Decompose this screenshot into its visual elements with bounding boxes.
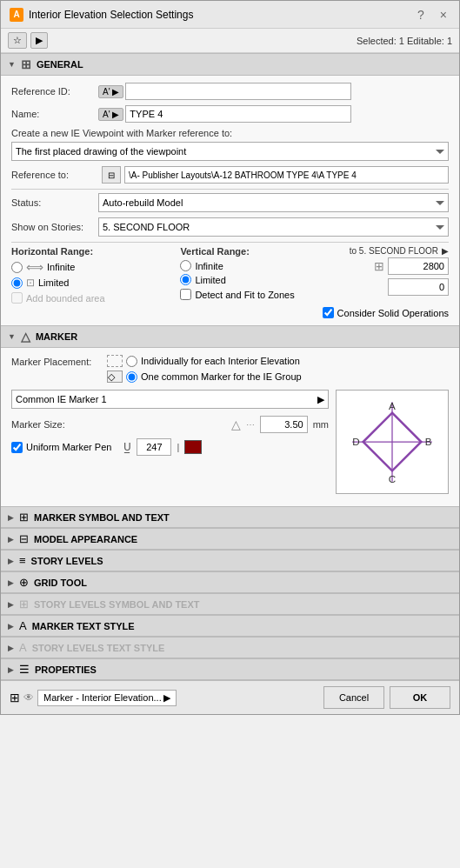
name-label: Name:: [11, 109, 98, 119]
show-on-stories-dropdown[interactable]: 5. SECOND FLOOR: [98, 217, 449, 237]
ma-icon: ⊟: [19, 532, 29, 545]
name-input[interactable]: [125, 105, 351, 123]
horizontal-range-col: Horizontal Range: ⟺ Infinite ⊡ Limited: [11, 246, 173, 304]
reference-to-icon[interactable]: ⊟: [102, 166, 121, 184]
close-button[interactable]: ×: [437, 6, 450, 23]
slts-arrow-icon: ▶: [8, 644, 14, 652]
h-infinite-option[interactable]: ⟺ Infinite: [11, 260, 173, 274]
cancel-button[interactable]: Cancel: [323, 686, 384, 709]
dotted-line-icon: ⋯: [246, 420, 255, 430]
marker-controls: Common IE Marker 1 ▶ Marker Size: △ ⋯ mm: [11, 390, 329, 456]
story-levels-text-label: STORY LEVELS TEXT STYLE: [32, 643, 165, 653]
h-limited-option[interactable]: ⊡ Limited: [11, 277, 173, 289]
horizontal-range-label: Horizontal Range:: [11, 246, 173, 257]
pen-underline-icon: U̲: [123, 441, 131, 453]
title-bar: A Interior Elevation Selection Settings …: [1, 1, 459, 29]
name-icon[interactable]: A' ▶: [98, 108, 123, 121]
consider-solid-checkbox[interactable]: [323, 307, 334, 318]
marker-svg: A C D B: [349, 398, 436, 485]
value-2800-input[interactable]: [388, 257, 449, 275]
create-dropdown-row: The first placed drawing of the viewpoin…: [11, 142, 449, 161]
story-levels-text-section[interactable]: ▶ A STORY LEVELS TEXT STYLE: [1, 637, 459, 658]
detect-fit-checkbox[interactable]: [180, 289, 191, 300]
status-row: Status: Auto-rebuild Model: [11, 193, 449, 212]
reference-to-row: Reference to: ⊟ \A- Publisher Layouts\A-…: [11, 166, 449, 184]
grid-tool-section[interactable]: ▶ ⊕ GRID TOOL: [1, 571, 459, 593]
svg-text:A: A: [389, 400, 396, 411]
ok-button[interactable]: OK: [390, 686, 450, 709]
value-2800-row: ⊞: [374, 257, 449, 275]
properties-section[interactable]: ▶ ☰ PROPERTIES: [1, 658, 459, 680]
common-radio[interactable]: [126, 371, 137, 383]
help-button[interactable]: ?: [414, 6, 428, 23]
consider-solid-row: Consider Solid Operations: [11, 307, 449, 318]
common-option[interactable]: ◇ One common Marker for the IE Group: [107, 371, 302, 383]
gt-arrow-icon: ▶: [8, 578, 14, 587]
create-label: Create a new IE Viewpoint with Marker re…: [11, 128, 449, 138]
grid-tool-label: GRID TOOL: [34, 578, 87, 588]
v-limited-radio[interactable]: [180, 274, 191, 285]
marker-text-style-section[interactable]: ▶ A MARKER TEXT STYLE: [1, 615, 459, 637]
h-infinite-icon: ⟺: [26, 260, 43, 274]
pen-number-input[interactable]: [137, 438, 171, 456]
h-infinite-radio[interactable]: [11, 262, 23, 273]
marker-text-style-label: MARKER TEXT STYLE: [32, 621, 135, 631]
model-appearance-section[interactable]: ▶ ⊟ MODEL APPEARANCE: [1, 528, 459, 550]
arrow-button[interactable]: ▶: [30, 32, 48, 49]
status-dropdown[interactable]: Auto-rebuild Model: [98, 193, 449, 212]
marker-placement-row: Marker Placement: Individually for each …: [11, 355, 449, 383]
story-levels-symbol-section[interactable]: ▶ ⊞ STORY LEVELS SYMBOL AND TEXT: [1, 593, 459, 615]
pen-separator: |: [177, 442, 179, 452]
bottom-marker-dropdown[interactable]: Marker - Interior Elevation... ▶: [37, 690, 177, 706]
size-unit: mm: [313, 419, 329, 430]
triangle-icon: △: [231, 417, 241, 431]
eye-icon: 👁: [23, 691, 34, 704]
selected-info: Selected: 1 Editable: 1: [357, 36, 452, 46]
reference-id-label: Reference ID:: [11, 86, 98, 97]
pen-color-swatch[interactable]: [184, 440, 202, 454]
individually-radio[interactable]: [126, 356, 137, 367]
add-bounded-option[interactable]: Add bounded area: [11, 292, 173, 304]
add-bounded-checkbox[interactable]: [11, 292, 23, 304]
value-0-input[interactable]: [388, 278, 449, 296]
story-levels-section[interactable]: ▶ ≡ STORY LEVELS: [1, 550, 459, 571]
uniform-pen-option[interactable]: Uniform Marker Pen: [11, 442, 111, 453]
general-section-header[interactable]: ▼ ⊞ GENERAL: [1, 53, 459, 76]
reference-id-icon[interactable]: A' ▶: [98, 85, 123, 98]
individually-option[interactable]: Individually for each Interior Elevation: [107, 355, 302, 367]
reference-id-field: A' ▶: [98, 83, 351, 100]
reference-id-input[interactable]: [125, 83, 351, 100]
common-icon: ◇: [107, 371, 123, 383]
v-infinite-option[interactable]: Infinite: [180, 260, 342, 271]
marker-layout: Common IE Marker 1 ▶ Marker Size: △ ⋯ mm: [11, 390, 449, 494]
marker-placement-label: Marker Placement:: [11, 355, 107, 367]
marker-section-label: MARKER: [36, 331, 77, 342]
reference-path: \A- Publisher Layouts\A-12 BATHROOM TYPE…: [124, 166, 449, 184]
v-limited-option[interactable]: Limited: [180, 274, 342, 285]
dropdown-arrow-icon: ▶: [317, 394, 324, 405]
v-infinite-radio[interactable]: [180, 260, 191, 271]
consider-solid-option[interactable]: Consider Solid Operations: [323, 307, 449, 318]
common-marker-dropdown-row: Common IE Marker 1 ▶: [11, 390, 329, 409]
ma-arrow-icon: ▶: [8, 535, 14, 544]
mts-arrow-icon: ▶: [8, 622, 14, 631]
floor-icon: ⊞: [374, 259, 384, 273]
story-levels-label: STORY LEVELS: [31, 556, 103, 566]
nav-arrow-icon: ▶: [442, 246, 449, 256]
h-limited-radio[interactable]: [11, 277, 23, 289]
marker-size-input[interactable]: [260, 416, 308, 433]
general-arrow-icon: ▼: [8, 60, 16, 69]
marker-section-header[interactable]: ▼ △ MARKER: [1, 325, 459, 348]
star-button[interactable]: ☆: [8, 32, 27, 49]
slts-icon: A: [19, 641, 27, 654]
horizontal-radio-group: ⟺ Infinite ⊡ Limited: [11, 260, 173, 289]
v-infinite-label: Infinite: [195, 261, 223, 271]
marker-symbol-section[interactable]: ▶ ⊞ MARKER SYMBOL AND TEXT: [1, 506, 459, 528]
create-dropdown[interactable]: The first placed drawing of the viewpoin…: [11, 142, 449, 161]
common-marker-dropdown[interactable]: Common IE Marker 1 ▶: [11, 390, 329, 409]
bottom-bar: ⊞ 👁 Marker - Interior Elevation... ▶ Can…: [1, 680, 459, 714]
detect-fit-option[interactable]: Detect and Fit to Zones: [180, 289, 342, 300]
uniform-pen-checkbox[interactable]: [11, 442, 23, 453]
sls-icon: ⊞: [19, 598, 29, 611]
marker-size-row: Marker Size: △ ⋯ mm: [11, 416, 329, 433]
